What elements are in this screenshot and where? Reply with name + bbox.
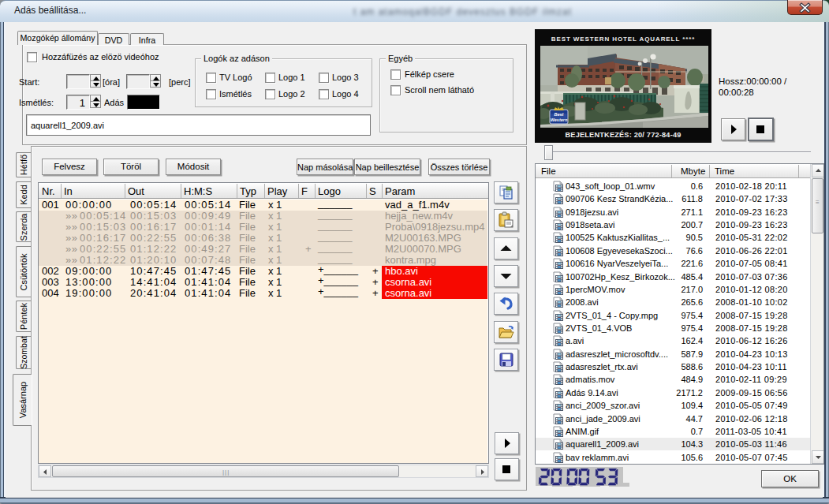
svg-text:Western: Western — [551, 118, 568, 122]
svg-text:Best: Best — [555, 112, 565, 117]
